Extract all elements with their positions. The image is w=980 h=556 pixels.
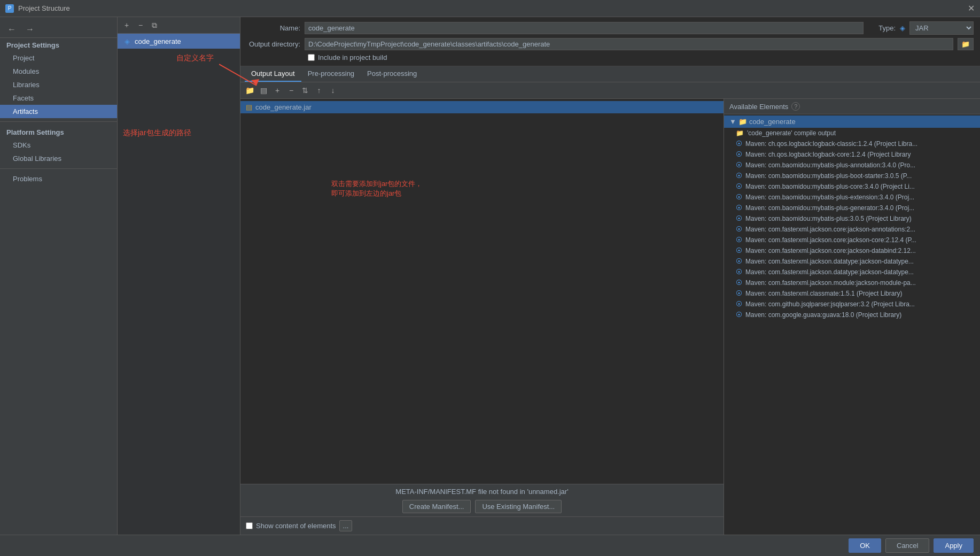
move-up-button[interactable]: ↑ [313, 84, 325, 96]
available-item-16[interactable]: ⦿ Maven: com.github.jsqlparser:jsqlparse… [724, 299, 980, 310]
sidebar-item-problems[interactable]: Problems [0, 172, 117, 186]
output-area: 📁 ▤ + − ⇅ ↑ ↓ [240, 82, 980, 535]
output-dir-input[interactable] [305, 38, 953, 50]
tab-pre-processing[interactable]: Pre-processing [301, 66, 361, 82]
sidebar-item-facets[interactable]: Facets [0, 91, 117, 105]
type-icon: ◈ [900, 24, 905, 32]
tabs-bar: Output Layout Pre-processing Post-proces… [240, 66, 980, 82]
add-artifact-button[interactable]: + [121, 19, 133, 31]
available-list: ▼ 📁 code_generate 📁 'code_generate' comp… [724, 114, 980, 535]
available-item-14[interactable]: ⦿ Maven: com.fasterxml.jackson.module:ja… [724, 277, 980, 288]
sidebar-item-global-libraries[interactable]: Global Libraries [0, 152, 117, 165]
manifest-warning: META-INF/MANIFEST.MF file not found in '… [395, 488, 568, 496]
output-item-icon: ▤ [246, 103, 252, 111]
available-item-0[interactable]: 📁 'code_generate' compile output [724, 128, 980, 138]
name-input[interactable] [305, 22, 864, 34]
item-bar-icon-9: ⦿ [736, 226, 742, 233]
item-bar-icon-14: ⦿ [736, 279, 742, 287]
sidebar-item-sdks[interactable]: SDKs [0, 138, 117, 152]
item-bar-icon-8: ⦿ [736, 215, 742, 222]
available-item-12[interactable]: ⦿ Maven: com.fasterxml.jackson.datatype:… [724, 256, 980, 267]
output-toolbar: 📁 ▤ + − ⇅ ↑ ↓ [240, 82, 980, 99]
output-item[interactable]: ▤ code_generate.jar [240, 101, 724, 113]
sidebar-item-artifacts[interactable]: Artifacts [0, 105, 117, 118]
remove-artifact-button[interactable]: − [135, 19, 146, 31]
item-bar-icon-15: ⦿ [736, 290, 742, 297]
item-bar-icon-7: ⦿ [736, 204, 742, 212]
item-bar-icon-3: ⦿ [736, 161, 742, 169]
window-title: Project Structure [18, 4, 70, 12]
back-button[interactable]: ← [4, 24, 19, 35]
manifest-buttons: Create Manifest... Use Existing Manifest… [402, 500, 562, 513]
platform-settings-title: Platform Settings [0, 125, 117, 138]
sidebar-item-project[interactable]: Project [0, 51, 117, 65]
available-item-10[interactable]: ⦿ Maven: com.fasterxml.jackson.core:jack… [724, 235, 980, 245]
item-bar-icon-12: ⦿ [736, 258, 742, 265]
cancel-button[interactable]: Cancel [885, 538, 929, 553]
apply-button[interactable]: Apply [934, 538, 974, 553]
remove-element-button[interactable]: − [285, 84, 297, 96]
forward-button[interactable]: → [22, 24, 37, 35]
available-item-4[interactable]: ⦿ Maven: com.baomidou:mybatis-plus-boot-… [724, 171, 980, 181]
item-bar-icon-4: ⦿ [736, 172, 742, 180]
available-item-15[interactable]: ⦿ Maven: com.fasterxml.classmate:1.5.1 (… [724, 288, 980, 299]
content-area: + − ⧉ ◈ code_generate Name: [118, 17, 980, 535]
available-item-17[interactable]: ⦿ Maven: com.google.guava:guava:18.0 (Pr… [724, 310, 980, 320]
available-item-13[interactable]: ⦿ Maven: com.fasterxml.jackson.datatype:… [724, 267, 980, 277]
item-bar-icon-11: ⦿ [736, 247, 742, 254]
copy-artifact-button[interactable]: ⧉ [149, 19, 160, 31]
include-checkbox-row: Include in project build [247, 53, 974, 61]
add-element-button[interactable]: + [271, 84, 283, 96]
sidebar-item-libraries[interactable]: Libraries [0, 78, 117, 91]
sidebar-divider2 [0, 168, 117, 169]
sidebar-divider [0, 121, 117, 122]
add-dir-button[interactable]: 📁 [244, 84, 255, 96]
name-row: Name: Type: ◈ JAR [247, 21, 974, 35]
type-label: Type: [878, 24, 896, 32]
close-button[interactable]: ✕ [968, 3, 975, 13]
item-bar-icon-1: ⦿ [736, 140, 742, 148]
browse-button[interactable]: 📁 [958, 38, 974, 50]
show-content-label: Show content of elements [256, 522, 336, 530]
item-bar-icon-5: ⦿ [736, 183, 742, 190]
manifest-bar: META-INF/MANIFEST.MF file not found in '… [240, 484, 724, 516]
sort-button[interactable]: ⇅ [299, 84, 311, 96]
ok-button[interactable]: OK [849, 538, 881, 553]
artifact-list-panel: + − ⧉ ◈ code_generate [118, 17, 240, 535]
sidebar-item-modules[interactable]: Modules [0, 65, 117, 78]
section-name: code_generate [749, 118, 796, 126]
create-manifest-button[interactable]: Create Manifest... [402, 500, 471, 513]
item-bar-icon-17: ⦿ [736, 311, 742, 319]
show-content-checkbox[interactable] [246, 522, 253, 529]
available-item-9[interactable]: ⦿ Maven: com.fasterxml.jackson.core:jack… [724, 224, 980, 235]
move-down-button[interactable]: ↓ [327, 84, 339, 96]
include-checkbox[interactable] [308, 54, 315, 61]
type-select[interactable]: JAR [909, 21, 974, 35]
section-folder-icon: 📁 [738, 118, 747, 126]
artifact-name: code_generate [135, 37, 181, 45]
tab-post-processing[interactable]: Post-processing [361, 66, 423, 82]
add-file-button[interactable]: ▤ [258, 84, 269, 96]
available-section-header[interactable]: ▼ 📁 code_generate [724, 115, 980, 128]
available-help-icon[interactable]: ? [791, 102, 800, 111]
show-content-row: Show content of elements ... [240, 516, 724, 535]
item-folder-icon: 📁 [736, 129, 744, 137]
available-item-1[interactable]: ⦿ Maven: ch.qos.logback:logback-classic:… [724, 138, 980, 149]
tab-output-layout[interactable]: Output Layout [245, 66, 301, 82]
available-item-8[interactable]: ⦿ Maven: com.baomidou:mybatis-plus:3.0.5… [724, 213, 980, 224]
artifact-item[interactable]: ◈ code_generate [118, 34, 240, 49]
available-item-7[interactable]: ⦿ Maven: com.baomidou:mybatis-plus-gener… [724, 203, 980, 213]
output-list-container: ▤ code_generate.jar META-INF/MANIFEST.MF… [240, 99, 724, 535]
available-item-2[interactable]: ⦿ Maven: ch.qos.logback:logback-core:1.2… [724, 149, 980, 160]
config-panel: Name: Type: ◈ JAR Output directory: 📁 [240, 17, 980, 535]
available-item-3[interactable]: ⦿ Maven: com.baomidou:mybatis-plus-annot… [724, 160, 980, 171]
available-item-6[interactable]: ⦿ Maven: com.baomidou:mybatis-plus-exten… [724, 192, 980, 203]
available-item-5[interactable]: ⦿ Maven: com.baomidou:mybatis-plus-core:… [724, 181, 980, 192]
item-bar-icon-10: ⦿ [736, 236, 742, 244]
use-existing-manifest-button[interactable]: Use Existing Manifest... [475, 500, 562, 513]
show-content-btn[interactable]: ... [339, 520, 353, 531]
artifact-type-icon: ◈ [123, 37, 131, 45]
available-item-11[interactable]: ⦿ Maven: com.fasterxml.jackson.core:jack… [724, 245, 980, 256]
output-content: ▤ code_generate.jar META-INF/MANIFEST.MF… [240, 99, 980, 535]
config-header: Name: Type: ◈ JAR Output directory: 📁 [240, 17, 980, 66]
